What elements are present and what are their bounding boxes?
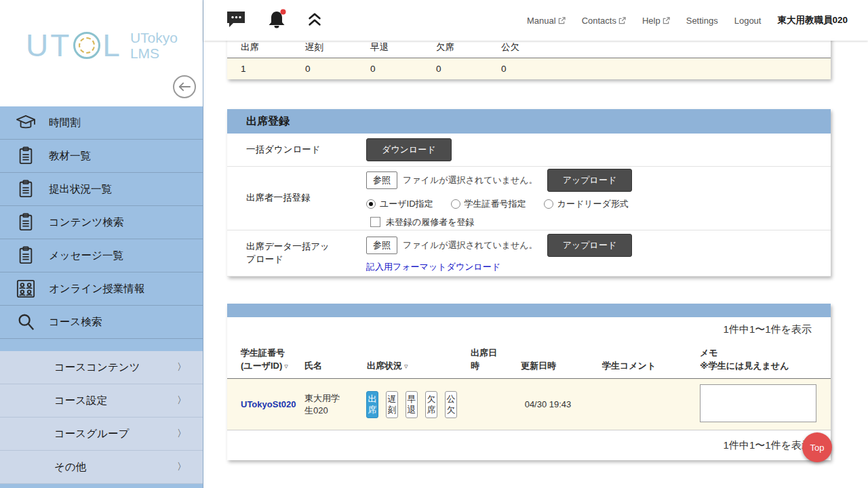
radio-student-card-number[interactable]: 学生証番号指定: [451, 198, 526, 210]
scroll-top-chevrons-icon[interactable]: [307, 12, 322, 29]
summary-value-late: 0: [292, 58, 357, 79]
checkbox-icon[interactable]: [370, 217, 380, 227]
bulk-register-row: 出席者一括登録 参照 ファイルが選択されていません。 アップロード ユーザID指…: [227, 167, 831, 230]
sort-indicator-icon[interactable]: ▿: [404, 362, 408, 370]
chevron-right-icon: 〉: [177, 461, 186, 473]
notifications-bell-icon[interactable]: [267, 9, 287, 32]
content-area: 出席 遅刻 早退 欠席 公欠 1 0 0 0 0 出席登録 一括ダウンロード: [203, 0, 868, 488]
radio-card-reader[interactable]: カードリーダ形式: [544, 198, 629, 210]
header-student-id[interactable]: 学生証番号 (ユーザID)▿: [227, 347, 291, 378]
students-attendance-table: 1件中1〜1件を表示 学生証番号 (ユーザID)▿ 氏名 出席状況▿ 出席日時 …: [227, 304, 831, 460]
sidebar-subitem-label: コース設定: [54, 394, 107, 408]
header-student-comment: 学生コメント: [589, 360, 686, 378]
sidebar-item-course-contents[interactable]: コースコンテンツ 〉: [0, 351, 203, 384]
header-name: 氏名: [291, 360, 353, 378]
upload-button[interactable]: アップロード: [547, 169, 633, 192]
radio-user-id[interactable]: ユーザID指定: [366, 198, 433, 210]
header-update-time: 更新日時: [507, 360, 589, 378]
sidebar-item-others[interactable]: その他 〉: [0, 451, 203, 484]
logo-subtitle-line2: LMS: [130, 45, 159, 61]
sidebar-item-online-class[interactable]: オンライン授業情報: [0, 272, 203, 306]
messages-icon[interactable]: [226, 10, 246, 30]
sidebar-item-course-settings[interactable]: コース設定 〉: [0, 384, 203, 418]
sidebar-item-label: 教材一覧: [49, 149, 91, 163]
student-row: UTokyoSt020 東大用学生020 出席 遅刻 早退 欠席 公欠 04/3…: [227, 379, 831, 430]
document-list-icon: [14, 213, 38, 232]
attendance-summary-table: 出席 遅刻 早退 欠席 公欠 1 0 0 0 0: [227, 37, 831, 79]
id-type-radio-group: ユーザID指定 学生証番号指定 カードリーダ形式: [366, 198, 831, 210]
utol-logo: UT L UTokyo LMS: [26, 27, 178, 64]
status-button-early-leave[interactable]: 早退: [406, 391, 418, 418]
header-memo-line1: メモ: [700, 348, 718, 358]
sidebar-item-label: メッセージ一覧: [49, 249, 123, 263]
bulk-download-row: 一括ダウンロード ダウンロード: [227, 134, 831, 167]
manual-link[interactable]: Manual: [527, 16, 566, 26]
summary-value-absent: 0: [422, 58, 488, 79]
status-button-excused[interactable]: 公欠: [445, 391, 457, 418]
header-student-id-line1: 学生証番号: [241, 348, 285, 358]
header-student-id-line2: (ユーザID): [241, 361, 282, 371]
bulk-register-label: 出席者一括登録: [227, 167, 366, 230]
format-download-link[interactable]: 記入用フォーマットダウンロード: [366, 261, 831, 273]
main-area: 出席 遅刻 早退 欠席 公欠 1 0 0 0 0 出席登録 一括ダウンロード: [203, 0, 868, 488]
radio-button-icon[interactable]: [366, 199, 376, 209]
sidebar-subitem-label: コースグループ: [54, 427, 129, 441]
summary-value-present: 1: [227, 58, 292, 79]
status-button-present[interactable]: 出席: [366, 391, 378, 418]
external-link-icon: [558, 17, 566, 24]
chevron-right-icon: 〉: [177, 394, 186, 407]
settings-link[interactable]: Settings: [686, 16, 718, 26]
header-status[interactable]: 出席状況▿: [353, 360, 457, 378]
sidebar-item-materials[interactable]: 教材一覧: [0, 140, 203, 173]
file-status-text: ファイルが選択されていません。: [403, 174, 538, 186]
external-link-icon: [618, 17, 626, 24]
student-name: 東大用学生020: [291, 392, 353, 416]
header-memo: メモ ※学生には見えません: [686, 347, 831, 378]
sidebar-item-course-group[interactable]: コースグループ 〉: [0, 418, 203, 451]
sidebar: UT L UTokyo LMS 時間割 教材一覧 提出状況一覧: [0, 0, 203, 488]
browse-file-button[interactable]: 参照: [366, 237, 397, 254]
bulk-upload-row: 出席データ一括アップロード 参照 ファイルが選択されていません。 アップロード …: [227, 230, 831, 277]
chevron-right-icon: 〉: [177, 361, 186, 373]
document-list-icon: [14, 146, 38, 165]
file-status-text: ファイルが選択されていません。: [403, 239, 538, 251]
sidebar-item-messages[interactable]: メッセージ一覧: [0, 239, 203, 272]
scroll-to-top-button[interactable]: Top: [802, 432, 832, 462]
logout-link-label: Logout: [734, 16, 762, 26]
logo-text-l: L: [102, 27, 122, 64]
sidebar-item-label: オンライン授業情報: [49, 282, 144, 296]
sidebar-subitem-label: コースコンテンツ: [54, 361, 140, 375]
sidebar-item-content-search[interactable]: コンテンツ検索: [0, 206, 203, 239]
logout-link[interactable]: Logout: [734, 16, 762, 26]
radio-button-icon[interactable]: [451, 199, 460, 209]
browse-file-button[interactable]: 参照: [366, 171, 397, 189]
memo-input[interactable]: [700, 384, 816, 422]
current-user-name: 東大用教職員020: [777, 14, 848, 26]
summary-value-early-leave: 0: [357, 58, 422, 79]
bulk-upload-label: 出席データ一括アップロード: [227, 230, 366, 276]
sidebar-item-submissions[interactable]: 提出状況一覧: [0, 173, 203, 206]
download-button[interactable]: ダウンロード: [366, 138, 452, 161]
contacts-link[interactable]: Contacts: [582, 16, 626, 26]
document-list-icon: [14, 180, 38, 199]
document-list-icon: [14, 246, 38, 265]
summary-value-row: 1 0 0 0 0: [227, 58, 831, 79]
logo-subtitle: UTokyo LMS: [130, 30, 178, 61]
radio-button-icon[interactable]: [544, 199, 553, 209]
sort-indicator-icon[interactable]: ▿: [284, 362, 288, 370]
bulk-register-body: 参照 ファイルが選択されていません。 アップロード ユーザID指定 学生証番号指…: [366, 167, 831, 230]
help-link[interactable]: Help: [642, 16, 670, 26]
radio-label: 学生証番号指定: [465, 198, 526, 210]
sidebar-item-course-search[interactable]: コース検索: [0, 306, 203, 339]
manual-link-label: Manual: [527, 16, 556, 26]
chevron-right-icon: 〉: [177, 428, 186, 440]
sidebar-logo-area: UT L UTokyo LMS: [0, 0, 203, 106]
status-button-late[interactable]: 遅刻: [386, 391, 398, 418]
sidebar-item-timetable[interactable]: 時間割: [0, 106, 203, 140]
status-button-group: 出席 遅刻 早退 欠席 公欠: [353, 391, 457, 418]
upload-button[interactable]: アップロード: [547, 234, 633, 257]
sidebar-item-label: コンテンツ検索: [49, 216, 123, 230]
status-button-absent[interactable]: 欠席: [425, 391, 437, 418]
student-id-link[interactable]: UTokyoSt020: [241, 399, 296, 409]
sidebar-collapse-button[interactable]: [173, 75, 196, 98]
